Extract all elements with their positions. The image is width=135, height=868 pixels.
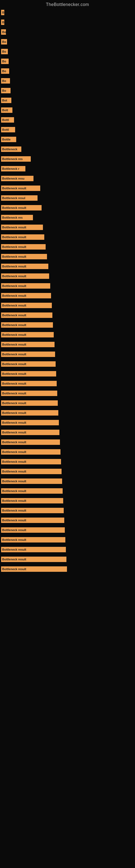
site-title: TheBottlenecker.com — [0, 0, 135, 8]
bar-label: Bottleneck result — [1, 186, 40, 191]
bar-label: Bo — [1, 59, 9, 64]
bar-row: Bottleneck resul — [0, 194, 135, 204]
bar-row: Bottleneck res — [0, 155, 135, 164]
bar-label: Bottleneck result — [1, 508, 64, 513]
bar-row: B — [0, 8, 135, 18]
bar-row: Bottleneck result — [0, 262, 135, 272]
bar-label: Bo — [1, 39, 7, 44]
bar-label: Bo — [1, 88, 10, 93]
bar-label: Bottleneck result — [1, 264, 48, 269]
bar-row: Bottleneck result — [0, 418, 135, 428]
bar-label: Bottleneck result — [1, 439, 60, 445]
bar-row: Bottleneck result — [0, 301, 135, 311]
bar-row: Bottleneck result — [0, 496, 135, 506]
bar-label: Bottleneck result — [1, 244, 46, 250]
bar-label: Bottleneck result — [1, 235, 44, 240]
bar-row: Bottleneck res — [0, 213, 135, 223]
bar-label: Bottleneck result — [1, 478, 62, 484]
bar-label: Bottleneck result — [1, 342, 54, 347]
bar-row: Bottle — [0, 135, 135, 145]
bar-label: Bottleneck result — [1, 322, 53, 328]
bar-label: Bottleneck result — [1, 225, 43, 230]
bar-label: Bottl — [1, 117, 14, 123]
bar-row: Bottleneck result — [0, 272, 135, 282]
bar-row: Bottleneck resu — [0, 174, 135, 184]
bar-row: Bo — [0, 28, 135, 37]
bar-label: Bottleneck result — [1, 566, 67, 572]
bar-row: Bottleneck result — [0, 389, 135, 399]
bar-label: Bottl — [1, 127, 15, 132]
bar-label: Bottleneck result — [1, 361, 56, 367]
bar-label: Bottleneck result — [1, 371, 56, 376]
bar-row: Bottleneck result — [0, 282, 135, 291]
bar-row: Bottleneck result — [0, 252, 135, 262]
bar-label: Bottleneck result — [1, 537, 65, 542]
bar-label: Bottleneck result — [1, 459, 61, 464]
bar-label: Bottleneck result — [1, 400, 58, 406]
bar-row: Bottleneck result — [0, 321, 135, 330]
bar-label: Bottleneck res — [1, 156, 31, 162]
bar-row: Bo — [0, 37, 135, 47]
bar-label: Bottleneck result — [1, 449, 60, 455]
bar-row: Bottleneck result — [0, 223, 135, 233]
bar-row: Bo — [0, 67, 135, 76]
bar-label: Bo — [1, 29, 6, 35]
bar-row: Bottleneck result — [0, 360, 135, 369]
bar-row: Bottleneck result — [0, 545, 135, 555]
bar-row: Bottleneck result — [0, 330, 135, 340]
bar-row: Bottleneck result — [0, 243, 135, 252]
bar-row: Bottleneck result — [0, 438, 135, 447]
bar-row: Bott — [0, 106, 135, 116]
bar-row: Bottleneck result — [0, 526, 135, 535]
bar-label: Bottleneck result — [1, 312, 52, 318]
bar-row: Bottleneck result — [0, 379, 135, 389]
bar-label: Bott — [1, 107, 12, 113]
bar-row: Bottleneck result — [0, 399, 135, 408]
bar-label: Bottle — [1, 137, 16, 142]
bar-row: Bottleneck result — [0, 555, 135, 565]
bar-label: Bottleneck result — [1, 381, 57, 386]
bar-row: Bottleneck result — [0, 233, 135, 243]
bar-label: Bottleneck result — [1, 527, 65, 533]
bar-label: Bottleneck result — [1, 420, 59, 425]
bar-row: Bottleneck result — [0, 369, 135, 379]
bar-row: Bottl — [0, 125, 135, 135]
bar-row: Bottleneck result — [0, 204, 135, 213]
bar-row: Bottleneck result — [0, 291, 135, 301]
bar-row: Bot — [0, 96, 135, 106]
bar-row: B — [0, 18, 135, 28]
bar-row: Bottleneck result — [0, 311, 135, 321]
bars-container: BBBoBoBoBoBoBoBoBotBottBottlBottlBottleB… — [0, 8, 135, 575]
bar-row: Bottleneck result — [0, 184, 135, 194]
bar-row: Bottleneck result — [0, 535, 135, 545]
bar-label: Bo — [1, 68, 9, 74]
bar-label: Bottleneck result — [1, 488, 63, 494]
bar-row: Bottleneck result — [0, 340, 135, 350]
bar-row: Bottleneck result — [0, 428, 135, 438]
bar-label: Bot — [1, 98, 11, 103]
bar-label: Bottleneck r — [1, 166, 26, 172]
bar-label: Bottleneck result — [1, 557, 66, 562]
bar-row: Bottl — [0, 116, 135, 125]
bar-label: Bottleneck result — [1, 498, 63, 503]
bar-label: Bottleneck result — [1, 283, 50, 289]
bar-label: Bottleneck result — [1, 303, 52, 308]
bar-row: Bottleneck result — [0, 565, 135, 575]
bar-label: Bo — [1, 49, 8, 54]
bar-row: Bo — [0, 57, 135, 67]
bar-label: Bottleneck result — [1, 547, 66, 552]
bar-label: Bottleneck result — [1, 430, 59, 435]
bar-row: Bottleneck result — [0, 447, 135, 457]
bar-label: B — [1, 10, 4, 15]
bar-label: Bottleneck result — [1, 518, 64, 523]
bar-row: Bottleneck result — [0, 408, 135, 418]
bar-row: Bo — [0, 47, 135, 57]
bar-row: Bo — [0, 76, 135, 86]
bar-label: Bottleneck result — [1, 410, 58, 415]
bar-row: Bottleneck result — [0, 487, 135, 496]
bar-row: Bo — [0, 86, 135, 96]
bar-row: Bottleneck result — [0, 467, 135, 477]
bar-label: Bottleneck — [1, 147, 21, 152]
bar-row: Bottleneck — [0, 145, 135, 155]
bar-label: Bottleneck result — [1, 332, 54, 337]
